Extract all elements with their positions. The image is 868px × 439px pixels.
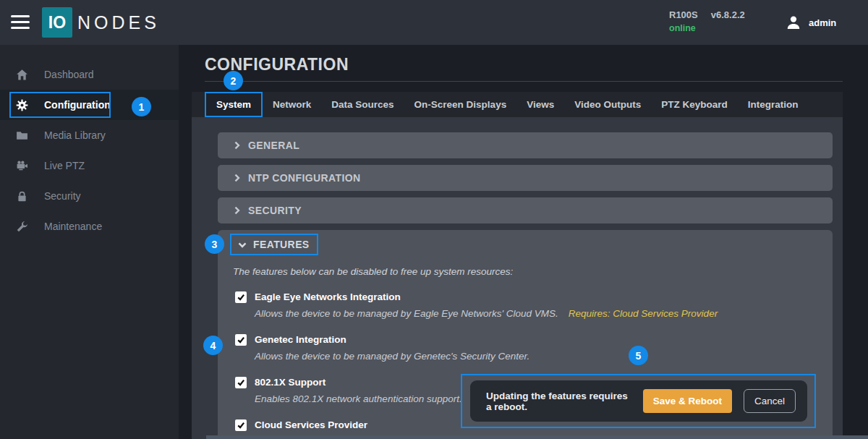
accordion-general[interactable]: GENERAL bbox=[218, 132, 833, 158]
user-icon bbox=[786, 14, 801, 30]
gear-icon bbox=[16, 99, 28, 111]
sidebar-nav: Dashboard Configuration Media Library Li… bbox=[0, 45, 179, 439]
sidebar-item-media-library[interactable]: Media Library bbox=[0, 120, 179, 150]
brand-logo-nodes: NODES bbox=[77, 0, 160, 45]
title-divider bbox=[205, 81, 843, 82]
tab-views[interactable]: Views bbox=[516, 92, 564, 117]
annotation-step-4: 4 bbox=[203, 336, 223, 355]
accordion-security[interactable]: SECURITY bbox=[218, 197, 833, 223]
sidebar-item-maintenance[interactable]: Maintenance bbox=[0, 211, 179, 242]
online-status: online bbox=[669, 23, 745, 33]
annotation-step-3: 3 bbox=[205, 234, 224, 254]
tab-integration[interactable]: Integration bbox=[738, 92, 809, 117]
eagle-eye-checkbox[interactable] bbox=[235, 291, 247, 303]
accordion-ntp-configuration[interactable]: NTP CONFIGURATION bbox=[218, 165, 833, 191]
tab-network[interactable]: Network bbox=[263, 92, 321, 117]
device-model: R100S bbox=[669, 9, 698, 20]
hamburger-menu-icon[interactable] bbox=[11, 15, 30, 29]
feature-row-8021x: 802.1X Support Enables 802.1X network au… bbox=[235, 377, 462, 405]
reboot-toast: Updating the features requires a reboot.… bbox=[470, 380, 807, 422]
chevron-right-icon bbox=[232, 205, 242, 216]
sidebar-item-security[interactable]: Security bbox=[0, 181, 179, 211]
accordion-features[interactable]: FEATURES bbox=[230, 234, 318, 255]
tab-video-outputs[interactable]: Video Outputs bbox=[564, 92, 651, 117]
genetec-checkbox[interactable] bbox=[235, 334, 247, 346]
toast-message: Updating the features requires a reboot. bbox=[486, 391, 631, 412]
page-title: CONFIGURATION bbox=[205, 55, 349, 74]
sidebar-item-dashboard[interactable]: Dashboard bbox=[0, 59, 179, 90]
annotation-step-1: 1 bbox=[132, 97, 151, 116]
tab-system[interactable]: System bbox=[205, 92, 263, 117]
config-tabbar: System Network Data Sources On-Screen Di… bbox=[192, 92, 843, 117]
chevron-right-icon bbox=[232, 173, 242, 183]
video-camera-icon bbox=[16, 160, 28, 172]
wrench-icon bbox=[16, 221, 28, 233]
tab-ptz-keyboard[interactable]: PTZ Keyboard bbox=[651, 92, 738, 117]
home-icon bbox=[16, 69, 28, 81]
annotation-step-2: 2 bbox=[224, 71, 243, 90]
chevron-right-icon bbox=[232, 140, 242, 150]
features-intro-text: The features below can be disabled to fr… bbox=[233, 266, 513, 277]
feature-row-genetec: Genetec Integration Allows the device to… bbox=[235, 334, 529, 362]
tab-on-screen-displays[interactable]: On-Screen Displays bbox=[404, 92, 517, 117]
lock-icon bbox=[16, 190, 28, 203]
bottom-edge-strip bbox=[206, 435, 868, 439]
username: admin bbox=[809, 17, 836, 28]
requires-note: Requires: Cloud Services Provider bbox=[569, 308, 718, 319]
feature-row-eagle-eye: Eagle Eye Networks Integration Allows th… bbox=[235, 291, 718, 320]
user-menu[interactable]: admin bbox=[786, 0, 836, 45]
chevron-down-icon bbox=[237, 240, 247, 250]
device-info: R100S v6.8.2.2 online bbox=[669, 9, 745, 33]
sidebar-item-live-ptz[interactable]: Live PTZ bbox=[0, 150, 179, 181]
feature-row-cloud-services: Cloud Services Provider bbox=[235, 419, 367, 431]
top-bar: IO NODES R100S v6.8.2.2 online admin bbox=[0, 0, 868, 45]
cancel-button[interactable]: Cancel bbox=[744, 389, 796, 413]
8021x-checkbox[interactable] bbox=[235, 377, 247, 388]
save-reboot-button[interactable]: Save & Reboot bbox=[643, 389, 732, 413]
sidebar-item-configuration[interactable]: Configuration bbox=[0, 90, 179, 120]
cloud-services-checkbox[interactable] bbox=[235, 419, 247, 431]
tab-data-sources[interactable]: Data Sources bbox=[321, 92, 404, 117]
brand-logo-io: IO bbox=[42, 7, 72, 38]
annotation-step-5: 5 bbox=[629, 346, 648, 365]
folder-icon bbox=[16, 129, 28, 142]
firmware-version: v6.8.2.2 bbox=[711, 9, 745, 20]
